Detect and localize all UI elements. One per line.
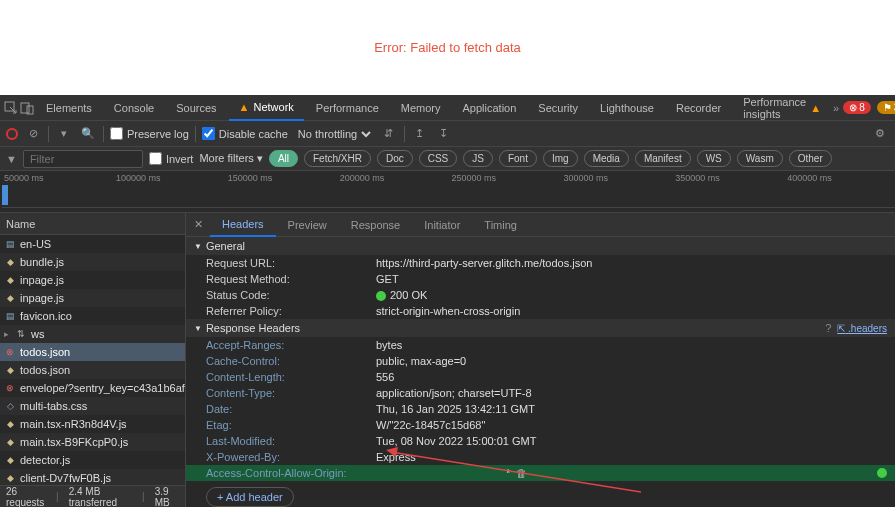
inspect-icon[interactable] (4, 98, 18, 118)
header-value: application/json; charset=UTF-8 (376, 387, 532, 399)
request-name: ws (31, 328, 44, 340)
tab-network[interactable]: ▲Network (229, 95, 304, 121)
filter-pill-css[interactable]: CSS (419, 150, 458, 167)
tab-perf-insights[interactable]: Performance insights ▲ (733, 95, 831, 121)
detail-tab-response[interactable]: Response (339, 213, 413, 237)
filter-pill-js[interactable]: JS (463, 150, 493, 167)
preserve-log-checkbox[interactable]: Preserve log (110, 127, 189, 140)
header-key: Cache-Control: (206, 355, 376, 367)
tab-security[interactable]: Security (528, 95, 588, 121)
request-row[interactable]: ◆inpage.js (0, 271, 185, 289)
filter-pill-fetch[interactable]: Fetch/XHR (304, 150, 371, 167)
devtools-tabbar: Elements Console Sources ▲Network Perfor… (0, 95, 895, 121)
headers-link[interactable]: ⇱ .headers (837, 323, 887, 334)
general-method-value: GET (376, 273, 399, 285)
filter-pill-doc[interactable]: Doc (377, 150, 413, 167)
detail-tab-initiator[interactable]: Initiator (412, 213, 472, 237)
general-referrer-value: strict-origin-when-cross-origin (376, 305, 520, 317)
request-row[interactable]: ▤favicon.ico (0, 307, 185, 325)
detail-tab-preview[interactable]: Preview (276, 213, 339, 237)
file-ws-icon: ⇅ (15, 328, 27, 340)
filter-pill-img[interactable]: Img (543, 150, 578, 167)
tab-recorder[interactable]: Recorder (666, 95, 731, 121)
settings-gear-icon[interactable]: ⚙ (871, 125, 889, 143)
filter-pill-other[interactable]: Other (789, 150, 832, 167)
filter-pill-ws[interactable]: WS (697, 150, 731, 167)
network-filter-bar: ▼ Invert More filters ▾ All Fetch/XHR Do… (0, 147, 895, 171)
more-tabs-icon[interactable]: » (833, 98, 839, 118)
record-button[interactable] (6, 128, 18, 140)
clear-icon[interactable]: ⊘ (24, 125, 42, 143)
file-doc-icon: ▤ (4, 238, 16, 250)
request-name: envelope/?sentry_key=c43a1b6af24946… (20, 382, 185, 394)
search-icon[interactable]: 🔍 (79, 125, 97, 143)
add-header-button[interactable]: + Add header (206, 487, 294, 507)
more-filters-dropdown[interactable]: More filters ▾ (199, 152, 262, 165)
warning-count-badge[interactable]: ⚑3 (877, 101, 895, 114)
wifi-icon[interactable]: ⇵ (380, 125, 398, 143)
request-row[interactable]: ◆bundle.js (0, 253, 185, 271)
general-referrer-key: Referrer Policy: (206, 305, 376, 317)
request-row[interactable]: ⊗todos.json (0, 343, 185, 361)
request-row[interactable]: ▤en-US (0, 235, 185, 253)
filter-pill-font[interactable]: Font (499, 150, 537, 167)
request-name: todos.json (20, 346, 70, 358)
filter-pill-wasm[interactable]: Wasm (737, 150, 783, 167)
filter-pill-all[interactable]: All (269, 150, 298, 167)
tab-application[interactable]: Application (453, 95, 527, 121)
request-list-header[interactable]: Name (0, 213, 185, 235)
request-row[interactable]: ◆todos.json (0, 361, 185, 379)
close-details-icon[interactable]: ✕ (186, 213, 210, 237)
detail-tab-timing[interactable]: Timing (472, 213, 529, 237)
request-row[interactable]: ◇multi-tabs.css (0, 397, 185, 415)
invert-checkbox[interactable]: Invert (149, 152, 194, 165)
file-js-icon: ◆ (4, 418, 16, 430)
tab-console[interactable]: Console (104, 95, 164, 121)
network-timeline[interactable]: 50000 ms 100000 ms 150000 ms 200000 ms 2… (0, 171, 895, 213)
tab-sources[interactable]: Sources (166, 95, 226, 121)
request-row[interactable]: ◆detector.js (0, 451, 185, 469)
disable-cache-checkbox[interactable]: Disable cache (202, 127, 288, 140)
throttling-select[interactable]: No throttling (294, 127, 374, 141)
header-value: W/"22c-18457c15d68" (376, 419, 485, 431)
request-row[interactable]: ◆main.tsx-B9FKcpP0.js (0, 433, 185, 451)
request-row[interactable]: ⊗envelope/?sentry_key=c43a1b6af24946… (0, 379, 185, 397)
tab-memory[interactable]: Memory (391, 95, 451, 121)
request-name: en-US (20, 238, 51, 250)
timeline-mark: 250000 ms (448, 173, 560, 183)
download-icon[interactable]: ↧ (435, 125, 453, 143)
header-value: Express (376, 451, 416, 463)
filter-pill-manifest[interactable]: Manifest (635, 150, 691, 167)
file-doc-icon: ▤ (4, 310, 16, 322)
header-value: bytes (376, 339, 402, 351)
request-name: client-Dv7fwF0B.js (20, 472, 111, 484)
request-row[interactable]: ◆inpage.js (0, 289, 185, 307)
request-name: todos.json (20, 364, 70, 376)
request-name: inpage.js (20, 292, 64, 304)
tab-elements[interactable]: Elements (36, 95, 102, 121)
header-row-acao[interactable]: Access-Control-Allow-Origin: * 🗑 (186, 465, 895, 481)
request-row[interactable]: ◆main.tsx-nR3n8d4V.js (0, 415, 185, 433)
tab-lighthouse[interactable]: Lighthouse (590, 95, 664, 121)
request-name: multi-tabs.css (20, 400, 87, 412)
upload-icon[interactable]: ↥ (411, 125, 429, 143)
detail-tab-headers[interactable]: Headers (210, 213, 276, 237)
file-js-icon: ◆ (4, 364, 16, 376)
header-value: 556 (376, 371, 394, 383)
override-indicator-icon (877, 468, 887, 478)
help-icon[interactable]: ? (825, 322, 831, 334)
request-row[interactable]: ◆client-Dv7fwF0B.js (0, 469, 185, 485)
request-list: Name ▤en-US◆bundle.js◆inpage.js◆inpage.j… (0, 213, 186, 507)
delete-header-icon[interactable]: 🗑 (516, 467, 527, 479)
section-general[interactable]: ▼General (186, 237, 895, 255)
filter-input[interactable] (23, 150, 143, 168)
filter-icon[interactable]: ▾ (55, 125, 73, 143)
request-row[interactable]: ▸⇅ws (0, 325, 185, 343)
request-name: main.tsx-nR3n8d4V.js (20, 418, 127, 430)
section-response-headers[interactable]: ▼Response Headers ? ⇱ .headers (186, 319, 895, 337)
error-count-badge[interactable]: ⊗8 (843, 101, 871, 114)
filter-pill-media[interactable]: Media (584, 150, 629, 167)
header-key: Content-Type: (206, 387, 376, 399)
device-toggle-icon[interactable] (20, 98, 34, 118)
tab-performance[interactable]: Performance (306, 95, 389, 121)
